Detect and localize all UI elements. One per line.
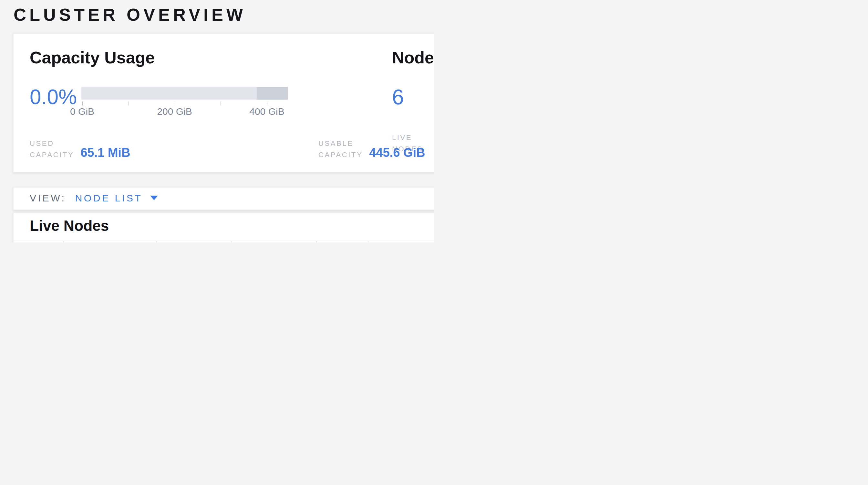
table-header-row: IDADDRESSUPTIMEREPLICASCPUSCAPACITY USAG… xyxy=(13,241,434,242)
column-header-address[interactable]: ADDRESS xyxy=(63,241,156,242)
view-selector-bar: VIEW:NODE LIST xyxy=(13,187,434,210)
live-nodes-table: IDADDRESSUPTIMEREPLICASCPUSCAPACITY USAG… xyxy=(13,240,434,242)
cluster-overview-page: CLUSTER OVERVIEW Capacity Usage Node Sta… xyxy=(0,0,434,242)
column-header-replicas[interactable]: REPLICAS xyxy=(231,241,316,242)
axis-tick xyxy=(82,102,83,106)
live-nodes-card: Live Nodes IDADDRESSUPTIMEREPLICASCPUSCA… xyxy=(13,212,434,242)
page-title: CLUSTER OVERVIEW xyxy=(13,4,246,25)
axis-tick xyxy=(221,102,221,106)
capacity-stat-value: 65.1 MiB xyxy=(81,145,130,160)
axis-tick xyxy=(175,102,175,106)
view-label: VIEW: xyxy=(30,193,66,203)
capacity-stat-used: USEDCAPACITY65.1 MiB xyxy=(30,138,130,160)
column-header-id[interactable]: ID xyxy=(13,241,63,242)
chevron-down-icon[interactable] xyxy=(150,196,158,200)
cluster-summary-card: Capacity Usage Node Status Replication S… xyxy=(13,33,434,173)
live-nodes-title: Live Nodes xyxy=(30,216,109,235)
capacity-usage-title: Capacity Usage xyxy=(30,47,155,68)
axis-tick-label: 0 GiB xyxy=(70,106,94,117)
node-status-title: Node Status xyxy=(392,47,434,68)
capacity-bar: 0 GiB200 GiB400 GiB xyxy=(82,87,288,119)
axis-tick-label: 200 GiB xyxy=(157,106,192,117)
axis-tick xyxy=(128,102,129,106)
column-header-cpus: CPUS xyxy=(316,241,368,242)
capacity-bar-track xyxy=(82,87,288,99)
capacity-stat-label: USEDCAPACITY xyxy=(30,138,74,160)
column-header-capacity-usage[interactable]: CAPACITY USAGE xyxy=(368,241,434,242)
capacity-bar-other-segment xyxy=(257,87,288,99)
capacity-stat-label: USABLECAPACITY xyxy=(318,138,363,160)
view-dropdown[interactable]: NODE LIST xyxy=(75,193,143,203)
capacity-axis-ticks xyxy=(82,102,288,106)
axis-tick-label: 400 GiB xyxy=(249,106,284,117)
capacity-stat-value: 445.6 GiB xyxy=(369,145,425,160)
axis-tick xyxy=(267,102,268,106)
stat-value: 6 xyxy=(392,83,423,111)
column-header-uptime[interactable]: UPTIME xyxy=(156,241,231,242)
capacity-stat-usable: USABLECAPACITY445.6 GiB xyxy=(318,138,425,160)
capacity-axis-labels: 0 GiB200 GiB400 GiB xyxy=(82,106,288,119)
capacity-gauge: 0.0% 0 GiB200 GiB400 GiB xyxy=(30,83,288,119)
